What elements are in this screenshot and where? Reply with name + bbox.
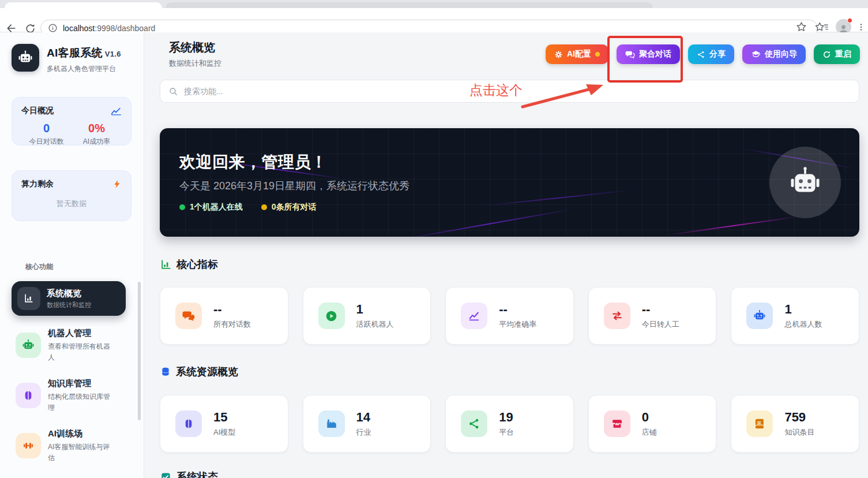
metric-card-active-robots: 1 活跃机器人 [303,287,431,345]
app-version: V1.6 [105,50,121,58]
section-title: 系统资源概览 [176,365,238,379]
trend-chart-icon [111,107,122,115]
sidebar-item-knowledge[interactable]: 知识库管理 结构化层级知识库管理 [16,378,116,413]
resource-card-shops: 0 店铺 [588,395,717,453]
search-icon [168,87,178,96]
chat-bubbles-icon [625,50,635,59]
share-icon [697,50,705,59]
metric-value: -- [642,302,679,317]
sidebar: AI客服系统V1.6 多机器人角色管理平台 今日概况 0 今日对话数 0% AI… [0,32,144,478]
url-text: localhost:9998/dashboard [63,24,155,33]
status-icon [160,472,171,478]
compute-card-title: 算力剩余 [21,179,54,189]
compute-empty-text: 暂无数据 [21,199,122,209]
robot-blue-icon [746,303,773,329]
bar-chart-green-icon [160,259,171,270]
today-overview-card: 今日概况 0 今日对话数 0% AI成功率 [12,97,131,145]
section-title: 核心指标 [176,257,218,271]
compute-card: 算力剩余 暂无数据 [12,170,131,221]
bookmark-star-icon[interactable] [795,21,807,33]
refresh-icon [822,50,831,59]
factory-icon [318,410,345,437]
database-icon [160,367,171,378]
overview-chart-icon [17,287,40,310]
graduation-cap-icon [751,50,761,59]
notification-dot [847,18,852,23]
robots-online-badge: 1个机器人在线 [179,202,243,212]
resource-card-platforms: 19 平台 [445,395,574,453]
robot-icon [17,50,33,66]
metrics-cards: -- 所有对话数 1 活跃机器人 -- 平均准确率 [160,287,859,345]
resource-value: 759 [784,410,814,425]
resource-label: 知识条目 [784,427,814,438]
app-logo-row: AI客服系统V1.6 多机器人角色管理平台 [12,44,121,74]
browser-toolbar: localhost:9998/dashboard [0,8,868,32]
resource-value: 0 [642,410,657,425]
sidebar-item-label: 知识库管理 [48,378,116,389]
resource-value: 14 [356,410,371,425]
resource-card-models: 15 AI模型 [160,395,288,453]
status-dot [595,52,600,57]
resources-section-header: 系统资源概览 [160,365,238,379]
metrics-section-header: 核心指标 [160,257,218,271]
sidebar-item-desc: 数据统计和监控 [47,301,91,309]
ai-success-value: 0% [72,122,122,135]
green-dot [179,204,185,210]
sidebar-item-overview[interactable]: 系统概览 数据统计和监控 [12,281,126,316]
sidebar-item-desc: 查看和管理所有机器人 [48,341,116,363]
guide-button[interactable]: 使用向导 [742,44,806,64]
favorites-list-icon[interactable] [815,21,828,33]
today-card-title: 今日概况 [21,106,54,116]
decor-line [668,216,799,236]
sidebar-item-training[interactable]: AI训练场 AI客服智能训练与评估 [16,428,116,463]
store-icon [604,410,630,437]
browser-tab-active[interactable] [5,2,162,8]
metric-value: -- [213,302,251,317]
chat-bubbles-icon [175,303,202,329]
gear-icon [554,50,563,59]
page-title: 系统概览 [169,40,215,55]
welcome-banner: 欢迎回来，管理员！ 今天是 2026年3月19日星期四，系统运行状态优秀 1个机… [160,128,859,237]
sidebar-item-label: 机器人管理 [48,328,116,339]
sidebar-item-label: 系统概览 [47,288,91,299]
menu-dots-icon[interactable] [859,22,863,32]
resource-label: 平台 [499,427,514,438]
welcome-title: 欢迎回来，管理员！ [179,151,328,173]
robot-green-icon [16,333,41,358]
resource-value: 15 [213,410,235,425]
metric-label: 所有对话数 [213,319,251,330]
resource-value: 19 [499,410,514,425]
brain-icon [16,383,41,408]
share-button[interactable]: 分享 [688,44,734,64]
today-dialogs-label: 今日对话数 [21,137,72,147]
info-icon[interactable] [48,23,58,33]
sidebar-item-robots[interactable]: 机器人管理 查看和管理所有机器人 [16,328,116,363]
lightning-icon [112,179,122,189]
toolbar-buttons: AI配置 聚合对话 分享 使用向导 重启 [546,44,860,64]
sidebar-scrollbar[interactable] [138,282,141,420]
decor-line [483,189,633,206]
resource-label: 行业 [356,427,371,438]
app-subtitle: 多机器人角色管理平台 [47,64,121,74]
resources-cards: 15 AI模型 14 行业 19 平台 [160,395,859,453]
dumbbell-icon [16,433,41,458]
dialogs-badge: 0条所有对话 [261,202,317,212]
sidebar-item-label: AI训练场 [48,428,116,439]
resource-card-knowledge: 759 知识条目 [731,395,859,453]
metric-value: 1 [356,302,394,317]
browser-tab-inactive[interactable] [166,2,653,8]
section-title: 系统状态 [176,470,218,478]
metric-label: 今日转人工 [642,319,679,330]
aggregate-chat-button[interactable]: 聚合对话 [617,44,680,64]
restart-button[interactable]: 重启 [814,44,860,64]
status-section-header: 系统状态 [160,470,218,478]
metric-label: 平均准确率 [499,319,536,330]
browser-tabstrip [0,0,868,8]
banner-robot-avatar [769,147,841,218]
sidebar-item-desc: AI客服智能训练与评估 [48,442,116,463]
ai-config-button[interactable]: AI配置 [546,44,608,64]
annotation-text: 点击这个 [469,81,523,99]
sidebar-item-desc: 结构化层级知识库管理 [48,391,116,413]
brain-indigo-icon [175,410,202,437]
metric-label: 总机器人数 [784,319,822,330]
